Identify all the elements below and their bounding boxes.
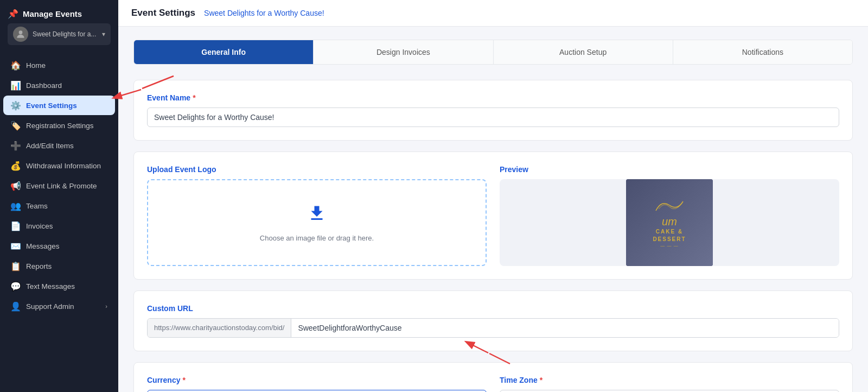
sidebar-item-home[interactable]: 🏠 Home (3, 55, 115, 75)
sidebar-item-text-messages[interactable]: 💬 Text Messages (3, 276, 115, 296)
teams-icon: 👥 (11, 201, 21, 211)
cake-logo: um CAKE &DESSERT — — — (626, 179, 713, 266)
chevron-right-icon: › (105, 303, 107, 309)
org-avatar (13, 27, 28, 42)
sidebar-item-event-link-promote[interactable]: 📢 Event Link & Promote (3, 176, 115, 195)
url-suffix-input[interactable] (291, 319, 839, 337)
sidebar-item-dashboard[interactable]: 📊 Dashboard (3, 75, 115, 95)
currency-select[interactable]: $ | Dollar (147, 390, 487, 392)
timezone-select-wrapper: Central Standard Time ▾ (500, 390, 839, 392)
url-prefix: https://www.charityauctionstoday.com/bid… (148, 319, 291, 337)
tab-design-invoices[interactable]: Design Invoices (314, 40, 493, 64)
currency-timezone-grid: Currency * $ | Dollar ▾ Time Zone * (147, 376, 839, 392)
chat-icon: 💬 (11, 281, 21, 291)
logo-two-col: Upload Event Logo Choose an image file o… (147, 165, 839, 266)
url-row: https://www.charityauctionstoday.com/bid… (147, 318, 839, 338)
sidebar-item-messages[interactable]: ✉️ Messages (3, 236, 115, 256)
home-icon: 🏠 (11, 60, 21, 70)
sidebar-item-add-edit-items[interactable]: ➕ Add/Edit Items (3, 136, 115, 155)
sidebar-header: 📌 Manage Events Sweet Delights for a... … (0, 0, 118, 50)
upload-icon (307, 204, 327, 227)
preview-label: Preview (500, 165, 839, 174)
sidebar-item-registration-settings[interactable]: 🏷️ Registration Settings (3, 116, 115, 135)
main-content: Event Settings Sweet Delights for a Wort… (118, 0, 868, 392)
tag-icon: 🏷️ (11, 121, 21, 130)
currency-timezone-section: Currency * $ | Dollar ▾ Time Zone * (133, 362, 853, 392)
sidebar-item-withdrawal-info[interactable]: 💰 Withdrawal Information (3, 156, 115, 175)
sidebar-item-reports[interactable]: 📋 Reports (3, 256, 115, 276)
logo-tagline: — — — (660, 243, 678, 248)
timezone-required: * (540, 376, 542, 384)
sidebar-item-support-admin[interactable]: 👤 Support Admin › (3, 296, 115, 316)
timezone-label: Time Zone * (500, 376, 839, 384)
reports-icon: 📋 (11, 261, 21, 271)
invoice-icon: 📄 (11, 221, 21, 231)
top-bar: Event Settings Sweet Delights for a Wort… (118, 0, 868, 27)
upload-logo-col: Upload Event Logo Choose an image file o… (147, 165, 487, 266)
svg-point-0 (19, 30, 23, 34)
custom-url-section: Custom URL https://www.charityauctionsto… (133, 290, 853, 351)
sidebar-item-event-settings[interactable]: ⚙️ Event Settings (3, 96, 115, 115)
user-icon: 👤 (11, 301, 21, 311)
upload-drop-zone[interactable]: Choose an image file or drag it here. (147, 179, 487, 266)
event-name-input[interactable] (147, 108, 839, 127)
currency-col: Currency * $ | Dollar ▾ (147, 376, 487, 392)
chevron-down-icon: ▾ (102, 30, 105, 38)
sidebar-item-teams[interactable]: 👥 Teams (3, 196, 115, 216)
logo-script-text: um (662, 216, 677, 228)
event-name-label: Event Name * (147, 93, 839, 102)
org-selector[interactable]: Sweet Delights for a... ▾ (8, 23, 111, 45)
megaphone-icon: 📢 (11, 181, 21, 191)
sidebar: 📌 Manage Events Sweet Delights for a... … (0, 0, 118, 392)
logo-section: Upload Event Logo Choose an image file o… (133, 151, 853, 280)
preview-image: um CAKE &DESSERT — — — (626, 179, 713, 266)
timezone-col: Time Zone * Central Standard Time ▾ (500, 376, 839, 392)
currency-select-wrapper: $ | Dollar ▾ (147, 390, 487, 392)
settings-icon: ⚙️ (11, 100, 21, 110)
preview-col: Preview um CAKE &DESSERT (500, 165, 839, 266)
tab-auction-setup[interactable]: Auction Setup (494, 40, 673, 64)
sidebar-item-invoices[interactable]: 📄 Invoices (3, 216, 115, 236)
mail-icon: ✉️ (11, 241, 21, 251)
preview-box: um CAKE &DESSERT — — — (500, 179, 839, 266)
sidebar-nav: 🏠 Home 📊 Dashboard ⚙️ Event Settings 🏷️ … (0, 50, 118, 392)
tab-general-info[interactable]: General Info (134, 40, 314, 64)
tab-bar: General Info Design Invoices Auction Set… (133, 40, 853, 65)
org-name: Sweet Delights for a... (33, 30, 98, 38)
custom-url-label: Custom URL (147, 304, 839, 313)
upload-helper-text: Choose an image file or drag it here. (260, 234, 374, 242)
currency-label: Currency * (147, 376, 487, 384)
pin-icon: 📌 (8, 9, 18, 19)
required-indicator: * (193, 93, 195, 102)
logo-brand-text: CAKE &DESSERT (653, 228, 686, 243)
app-title: 📌 Manage Events (8, 9, 111, 19)
tab-notifications[interactable]: Notifications (673, 40, 852, 64)
content-area: General Info Design Invoices Auction Set… (118, 27, 868, 392)
money-icon: 💰 (11, 161, 21, 170)
plus-icon: ➕ (11, 141, 21, 150)
upload-logo-label: Upload Event Logo (147, 165, 487, 174)
timezone-select[interactable]: Central Standard Time (500, 390, 839, 392)
page-subtitle: Sweet Delights for a Worthy Cause! (204, 9, 324, 17)
event-name-section: Event Name * (133, 80, 853, 141)
currency-required: * (182, 376, 185, 384)
page-title: Event Settings (131, 8, 195, 18)
dashboard-icon: 📊 (11, 80, 21, 90)
